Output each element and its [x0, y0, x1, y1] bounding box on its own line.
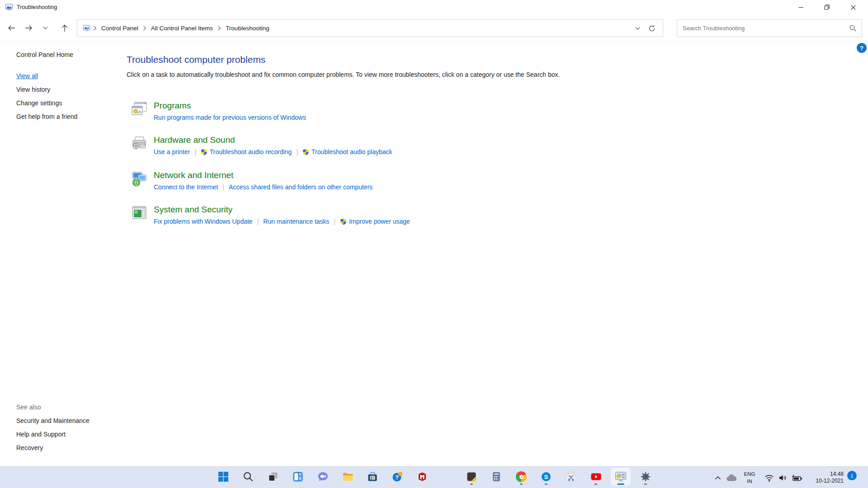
battery-charging-icon [791, 474, 803, 482]
svg-text:S: S [544, 474, 548, 480]
address-dropdown-button[interactable] [630, 22, 645, 35]
sidebar-item-get-help-from-a-friend[interactable]: Get help from a friend [16, 113, 77, 120]
see-also-item-recovery[interactable]: Recovery [16, 444, 43, 451]
help-button[interactable]: ? [857, 43, 867, 53]
tray-onedrive-button[interactable] [724, 469, 739, 486]
taskbar-calculator-button[interactable] [486, 468, 506, 486]
sidebar-item-view-history[interactable]: View history [16, 86, 50, 93]
task-link-run-maintenance-tasks[interactable]: Run maintenance tasks [263, 218, 329, 225]
restore-button[interactable] [814, 0, 840, 14]
task-link-improve-power-usage[interactable]: Improve power usage [340, 218, 410, 225]
page-description: Click on a task to automatically trouble… [127, 71, 560, 78]
search-icon[interactable] [849, 25, 856, 32]
task-link-label: Troubleshoot audio playback [311, 148, 392, 155]
taskbar-search-button[interactable] [238, 468, 258, 486]
minimize-button[interactable] [788, 0, 814, 14]
see-also-heading: See also [16, 404, 41, 411]
task-link-troubleshoot-audio-recording[interactable]: Troubleshoot audio recording [201, 148, 292, 155]
tray-wifi-button[interactable] [762, 469, 776, 486]
category-task-links: Run programs made for previous versions … [154, 114, 306, 121]
wifi-icon [764, 474, 774, 482]
refresh-button[interactable] [645, 22, 659, 35]
title-bar: Troubleshooting [0, 0, 868, 14]
sidebar-item-view-all[interactable]: View all [16, 72, 38, 80]
task-link-troubleshoot-audio-playback[interactable]: Troubleshoot audio playback [302, 148, 392, 155]
category-task-links: Use a printer|Troubleshoot audio recordi… [154, 148, 392, 155]
address-bar[interactable]: Control PanelAll Control Panel ItemsTrou… [77, 19, 663, 37]
restore-icon [824, 5, 830, 10]
breadcrumb-item[interactable]: Troubleshooting [223, 23, 272, 33]
taskbar-snipping-tool-button[interactable] [561, 468, 581, 486]
tray-battery-button[interactable] [789, 469, 805, 486]
tray-clock[interactable]: 14:48 10-12-2021 [806, 471, 844, 484]
tray-chevron-up-button[interactable] [712, 469, 724, 486]
category-title-link[interactable]: System and Security [154, 204, 232, 215]
taskbar-control-panel-button[interactable] [611, 468, 631, 486]
skype-icon: S [541, 471, 552, 482]
tray-language-indicator[interactable]: ENG IN [741, 470, 759, 485]
taskbar-start-button[interactable] [213, 468, 233, 486]
see-also-item-security-and-maintenance[interactable]: Security and Maintenance [16, 417, 90, 424]
category-hardware-and-sound: Hardware and SoundUse a printer|Troubles… [130, 135, 392, 155]
task-link-use-a-printer[interactable]: Use a printer [154, 148, 190, 155]
chrome-icon [516, 471, 527, 482]
breadcrumb-item[interactable]: All Control Panel Items [148, 23, 216, 33]
taskbar-skype-button[interactable]: S [536, 468, 556, 486]
task-link-connect-to-the-internet[interactable]: Connect to the Internet [154, 183, 218, 191]
tray-volume-button[interactable] [776, 469, 789, 486]
taskbar-task-view-button[interactable] [263, 468, 283, 486]
notification-badge[interactable]: 1 [847, 471, 857, 480]
task-link-label: Connect to the Internet [154, 183, 218, 191]
link-separator: | [190, 148, 201, 155]
back-button[interactable] [4, 21, 19, 35]
taskbar-file-explorer-button[interactable] [338, 468, 358, 486]
recent-locations-button[interactable] [40, 21, 51, 35]
taskbar-settings-button[interactable] [636, 468, 656, 486]
category-text-column: System and SecurityFix problems with Win… [154, 204, 410, 225]
close-icon [851, 5, 856, 10]
taskbar-chrome-button[interactable] [511, 468, 531, 486]
uac-shield-icon [340, 218, 347, 225]
taskbar-store-button[interactable] [363, 468, 382, 486]
svg-text:?: ? [395, 474, 399, 481]
language-line1: ENG [741, 470, 759, 478]
sticky-notes-icon [466, 471, 477, 482]
category-title-link[interactable]: Network and Internet [154, 170, 233, 181]
windows-start-icon [218, 471, 229, 482]
microsoft-store-icon [367, 471, 378, 482]
network-internet-icon [130, 170, 148, 188]
caption-buttons [788, 0, 866, 14]
category-network-and-internet: Network and InternetConnect to the Inter… [130, 170, 373, 191]
taskbar-get-help-button[interactable]: ? [387, 468, 407, 486]
running-indicator [617, 483, 624, 485]
close-button[interactable] [840, 0, 866, 14]
control-panel-icon [83, 25, 90, 32]
sidebar-item-control-panel-home[interactable]: Control Panel Home [16, 51, 73, 58]
category-title-link[interactable]: Programs [154, 100, 191, 111]
task-link-label: Improve power usage [349, 218, 410, 225]
task-link-label: Run maintenance tasks [263, 218, 329, 225]
uac-shield-icon [302, 149, 309, 155]
sidebar-item-change-settings[interactable]: Change settings [16, 99, 62, 107]
taskbar-mcafee-button[interactable] [412, 468, 432, 486]
category-title-link[interactable]: Hardware and Sound [154, 135, 235, 145]
taskbar-sticky-notes-button[interactable] [462, 468, 481, 486]
task-link-label: Use a printer [154, 148, 190, 155]
search-input[interactable] [683, 25, 849, 32]
breadcrumb: Control PanelAll Control Panel ItemsTrou… [91, 23, 630, 33]
breadcrumb-item[interactable]: Control Panel [99, 23, 141, 33]
control-panel-app-icon [615, 471, 627, 483]
task-link-run-programs-made-for-previous-versions-of-windows[interactable]: Run programs made for previous versions … [154, 114, 306, 121]
refresh-icon [648, 25, 656, 32]
taskbar-youtube-button[interactable] [586, 468, 606, 486]
taskbar-chat-button[interactable] [313, 468, 333, 486]
up-button[interactable] [57, 21, 72, 35]
task-link-access-shared-files-and-folders-on-other-computers[interactable]: Access shared files and folders on other… [229, 183, 373, 191]
category-text-column: ProgramsRun programs made for previous v… [154, 100, 306, 121]
forward-button[interactable] [21, 21, 36, 35]
breadcrumb-separator-icon [141, 26, 148, 31]
see-also-item-help-and-support[interactable]: Help and Support [16, 431, 66, 438]
taskbar-widgets-button[interactable] [288, 468, 308, 486]
chevron-down-icon [43, 26, 48, 30]
task-link-fix-problems-with-windows-update[interactable]: Fix problems with Windows Update [154, 218, 253, 225]
